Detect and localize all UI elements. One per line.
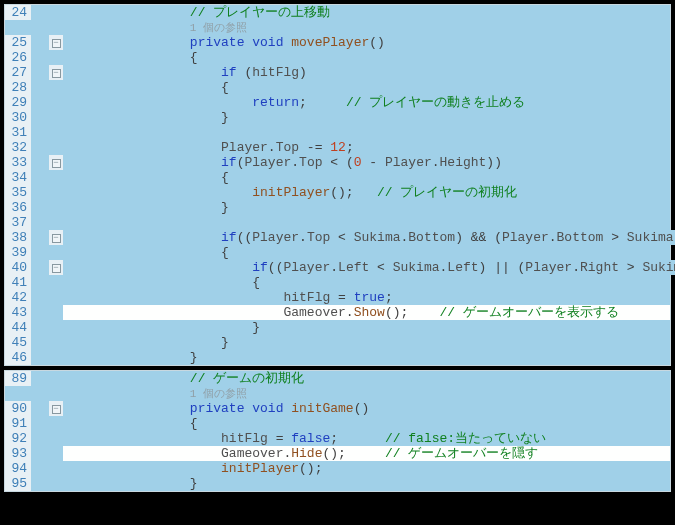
code-content[interactable]: if((Player.Left < Sukima.Left) || (Playe… — [63, 260, 675, 275]
line-number: 34 — [5, 170, 31, 185]
token-id: Bottom — [408, 230, 455, 245]
code-content[interactable]: { — [63, 275, 670, 290]
code-content[interactable]: initPlayer(); — [63, 461, 670, 476]
fold-margin[interactable]: − — [49, 65, 63, 80]
token-br: { — [65, 416, 198, 431]
code-line[interactable]: 40− if((Player.Left < Sukima.Left) || (P… — [5, 260, 670, 275]
code-content[interactable]: } — [63, 476, 670, 491]
code-line[interactable]: 41 { — [5, 275, 670, 290]
code-line[interactable]: 93 Gameover.Hide(); // ゲームオーバーを隠す — [5, 446, 670, 461]
fold-collapse-icon[interactable]: − — [52, 234, 61, 243]
code-content[interactable]: hitFlg = false; // false:当たっていない — [63, 431, 670, 446]
code-content[interactable]: { — [63, 80, 670, 95]
code-line[interactable]: 42 hitFlg = true; — [5, 290, 670, 305]
code-line[interactable]: 25− private void movePlayer() — [5, 35, 670, 50]
code-line[interactable]: 44 } — [5, 320, 670, 335]
code-content[interactable] — [63, 125, 670, 140]
code-line[interactable]: 38− if((Player.Top < Sukima.Bottom) && (… — [5, 230, 670, 245]
line-number: 46 — [5, 350, 31, 365]
code-line[interactable]: 45 } — [5, 335, 670, 350]
fold-collapse-icon[interactable]: − — [52, 39, 61, 48]
fold-collapse-icon[interactable]: − — [52, 69, 61, 78]
code-content[interactable]: // ゲームの初期化 — [63, 371, 670, 386]
fold-margin[interactable]: − — [49, 401, 63, 416]
code-content[interactable]: { — [63, 416, 670, 431]
code-content[interactable]: initPlayer(); // プレイヤーの初期化 — [63, 185, 670, 200]
code-line[interactable]: 30 } — [5, 110, 670, 125]
code-line[interactable]: 94 initPlayer(); — [5, 461, 670, 476]
code-line[interactable]: 91 { — [5, 416, 670, 431]
code-line[interactable]: 24 // プレイヤーの上移動 — [5, 5, 670, 20]
token-plain — [65, 35, 190, 50]
code-line[interactable]: 1 個の参照 — [5, 386, 670, 401]
code-line[interactable]: 92 hitFlg = false; // false:当たっていない — [5, 431, 670, 446]
code-line[interactable]: 33− if(Player.Top < (0 - Player.Height)) — [5, 155, 670, 170]
code-line[interactable]: 95 } — [5, 476, 670, 491]
code-content[interactable]: if((Player.Top < Sukima.Bottom) && (Play… — [63, 230, 675, 245]
line-number: 25 — [5, 35, 31, 50]
code-content[interactable]: } — [63, 350, 670, 365]
token-plain — [338, 431, 385, 446]
token-plain — [65, 260, 252, 275]
code-content[interactable]: 1 個の参照 — [63, 20, 670, 36]
fold-collapse-icon[interactable]: − — [52, 159, 61, 168]
code-line[interactable]: 89 // ゲームの初期化 — [5, 371, 670, 386]
code-content[interactable]: private void initGame() — [63, 401, 670, 416]
code-line[interactable]: 36 } — [5, 200, 670, 215]
code-editor-pane[interactable]: 24 // プレイヤーの上移動 1 個の参照25− private void m… — [4, 4, 671, 366]
code-content[interactable]: } — [63, 335, 670, 350]
fold-collapse-icon[interactable]: − — [52, 264, 61, 273]
code-content[interactable]: // プレイヤーの上移動 — [63, 5, 670, 20]
code-content[interactable]: } — [63, 200, 670, 215]
code-content[interactable]: { — [63, 50, 670, 65]
code-line[interactable]: 37 — [5, 215, 670, 230]
code-content[interactable]: } — [63, 320, 670, 335]
code-line[interactable]: 27− if (hitFlg) — [5, 65, 670, 80]
code-content[interactable]: Gameover.Hide(); // ゲームオーバーを隠す — [63, 446, 670, 461]
code-line[interactable]: 90− private void initGame() — [5, 401, 670, 416]
token-num: 0 — [354, 155, 362, 170]
code-content[interactable]: hitFlg = true; — [63, 290, 670, 305]
code-line[interactable]: 32 Player.Top -= 12; — [5, 140, 670, 155]
token-plain — [65, 65, 221, 80]
code-line[interactable]: 26 { — [5, 50, 670, 65]
code-content[interactable]: 1 個の参照 — [63, 386, 670, 402]
token-br: { — [65, 275, 260, 290]
code-content[interactable]: Gameover.Show(); // ゲームオーバーを表示する — [63, 305, 670, 320]
code-line[interactable]: 35 initPlayer(); // プレイヤーの初期化 — [5, 185, 670, 200]
code-line[interactable]: 43 Gameover.Show(); // ゲームオーバーを表示する — [5, 305, 670, 320]
token-br: (( — [268, 260, 284, 275]
token-br: -= — [299, 140, 330, 155]
code-line[interactable]: 29 return; // プレイヤーの動きを止める — [5, 95, 670, 110]
token-br: = — [268, 431, 291, 446]
code-line[interactable]: 39 { — [5, 245, 670, 260]
fold-margin[interactable]: − — [49, 155, 63, 170]
code-line[interactable]: 46 } — [5, 350, 670, 365]
code-line[interactable]: 31 — [5, 125, 670, 140]
fold-collapse-icon[interactable]: − — [52, 405, 61, 414]
code-editor-pane[interactable]: 89 // ゲームの初期化 1 個の参照90− private void ini… — [4, 370, 671, 492]
code-content[interactable]: } — [63, 110, 670, 125]
code-line[interactable]: 28 { — [5, 80, 670, 95]
code-line[interactable]: 34 { — [5, 170, 670, 185]
code-content[interactable] — [63, 215, 670, 230]
line-number: 37 — [5, 215, 31, 230]
token-mtd: initPlayer — [221, 461, 299, 476]
token-plain — [408, 305, 439, 320]
token-id: Right — [580, 260, 619, 275]
code-line[interactable]: 1 個の参照 — [5, 20, 670, 35]
token-id: Player — [385, 155, 432, 170]
code-content[interactable]: if(Player.Top < (0 - Player.Height)) — [63, 155, 670, 170]
code-content[interactable]: if (hitFlg) — [63, 65, 670, 80]
code-content[interactable]: return; // プレイヤーの動きを止める — [63, 95, 670, 110]
token-br: ; — [330, 431, 338, 446]
fold-margin[interactable]: − — [49, 230, 63, 245]
code-content[interactable]: private void movePlayer() — [63, 35, 670, 50]
fold-margin[interactable]: − — [49, 260, 63, 275]
token-br: < — [330, 230, 353, 245]
code-content[interactable]: Player.Top -= 12; — [63, 140, 670, 155]
token-id: Left — [447, 260, 478, 275]
fold-margin[interactable]: − — [49, 35, 63, 50]
code-content[interactable]: { — [63, 170, 670, 185]
code-content[interactable]: { — [63, 245, 670, 260]
